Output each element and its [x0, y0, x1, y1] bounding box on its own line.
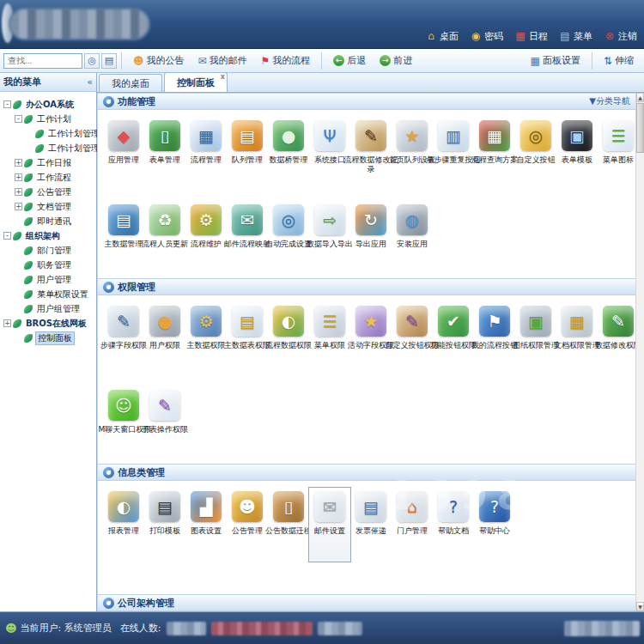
- toolbar-button-我的邮件[interactable]: ✉我的邮件: [191, 52, 254, 70]
- app-item-队列管理[interactable]: ▤队列管理: [227, 117, 268, 191]
- app-item-帮助文档[interactable]: ?帮助文档: [433, 488, 474, 562]
- tree-item-即时通讯[interactable]: 即时通讯: [0, 214, 96, 228]
- app-item-单步骤重复按钮[interactable]: ▥单步骤重复按钮: [433, 117, 474, 191]
- app-item-邮件流程映射[interactable]: ✉邮件流程映射: [227, 201, 268, 275]
- app-item-流程查询方案[interactable]: ▦流程查询方案: [474, 117, 515, 191]
- app-item-主数据表权限[interactable]: ▤主数据表权限: [227, 302, 268, 376]
- app-item-帮助中心[interactable]: ?帮助中心: [474, 488, 515, 562]
- app-item-表单模板[interactable]: ▣表单模板: [556, 117, 598, 191]
- topbar-item-密码[interactable]: ◉密码: [470, 30, 503, 43]
- toolbar-button-后退[interactable]: ←后退: [326, 52, 373, 70]
- expand-plus-icon[interactable]: +: [15, 159, 22, 167]
- app-item-导出应用[interactable]: ↻导出应用: [350, 201, 392, 275]
- tree-item-工作计划管理[interactable]: 工作计划管理: [0, 126, 96, 141]
- toolbar-button-前进[interactable]: →前进: [373, 52, 419, 70]
- app-item-数据导入导出[interactable]: ⇨数据导入导出: [309, 201, 350, 275]
- toolbar-button-伸缩[interactable]: ⇅伸缩: [597, 52, 641, 70]
- app-item-公告管理[interactable]: ☻公告管理: [227, 488, 268, 562]
- page-icon[interactable]: ▤: [101, 53, 117, 69]
- app-item-安装应用[interactable]: ◍安装应用: [392, 201, 433, 275]
- topbar-item-日程[interactable]: ▦日程: [514, 30, 548, 43]
- app-item-首页队列设置[interactable]: ★首页队列设置: [392, 117, 433, 191]
- tree-item-工作日报[interactable]: +工作日报: [0, 155, 96, 170]
- tab-close-icon[interactable]: x: [221, 74, 225, 81]
- tree-item-控制面板[interactable]: 控制面板: [0, 331, 96, 345]
- app-item-步骤字段权限[interactable]: ✎步骤字段权限: [103, 302, 144, 376]
- tree-item-职务管理[interactable]: 职务管理: [0, 258, 96, 272]
- tree-item-部门管理[interactable]: 部门管理: [0, 243, 96, 258]
- scroll-thumb[interactable]: [636, 103, 644, 153]
- section-header-信息类管理[interactable]: 信息类管理: [98, 464, 635, 481]
- expand-plus-icon[interactable]: +: [15, 203, 22, 210]
- app-item-子表操作权限[interactable]: ✎子表操作权限: [144, 386, 185, 460]
- tree-item-用户管理[interactable]: 用户管理: [0, 272, 96, 287]
- app-item-报表管理[interactable]: ◐报表管理: [103, 488, 144, 562]
- tree-item-工作计划管理明细[interactable]: 工作计划管理明细: [0, 141, 96, 155]
- toolbar-button-我的流程[interactable]: ⚑我的流程: [254, 52, 318, 70]
- app-item-邮件设置[interactable]: ✉邮件设置: [309, 488, 350, 562]
- app-item-主数据权限[interactable]: ⚙主数据权限: [185, 302, 227, 376]
- collapse-minus-icon[interactable]: -: [15, 115, 22, 123]
- app-item-活动字段权限[interactable]: ★活动字段权限: [350, 302, 392, 376]
- tree-item-菜单权限设置[interactable]: 菜单权限设置: [0, 287, 96, 301]
- app-item-流程数据修改记录[interactable]: ✎流程数据修改记录: [350, 117, 392, 191]
- expand-plus-icon[interactable]: +: [3, 319, 11, 327]
- expand-plus-icon[interactable]: +: [15, 173, 22, 181]
- section-header-公司架构管理[interactable]: 公司架构管理: [98, 594, 635, 611]
- scroll-up-arrow[interactable]: ▲: [636, 93, 644, 102]
- app-item-自定义按钮权限[interactable]: ✎自定义按钮权限: [392, 302, 433, 376]
- section-header-功能管理[interactable]: 功能管理▼分类导航: [98, 93, 635, 110]
- tree-item-公告管理[interactable]: +公告管理: [0, 185, 96, 199]
- sidebar-collapse-icon[interactable]: «: [87, 76, 93, 88]
- app-item-图纸权限管理[interactable]: ▣图纸权限管理: [515, 302, 556, 376]
- app-item-数据修改权限[interactable]: ✎数据修改权限: [598, 302, 635, 376]
- tree-item-文档管理[interactable]: +文档管理: [0, 199, 96, 214]
- tab-我的桌面[interactable]: 我的桌面: [99, 74, 162, 92]
- app-item-菜单权限[interactable]: ☰菜单权限: [309, 302, 350, 376]
- tree-item-组织架构[interactable]: -组织架构: [0, 228, 96, 243]
- app-item-打印模板[interactable]: ▤打印模板: [144, 488, 185, 562]
- tree-item-BROS在线网板[interactable]: +BROS在线网板: [0, 316, 96, 331]
- app-item-发票催递[interactable]: ▤发票催递: [350, 488, 392, 562]
- topbar-item-菜单[interactable]: ▤菜单: [559, 30, 592, 43]
- toolbar-button-我的公告[interactable]: ☻我的公告: [126, 52, 191, 70]
- topbar-item-桌面[interactable]: ⌂桌面: [425, 30, 459, 43]
- app-item-图表设置[interactable]: ▟图表设置: [185, 488, 227, 562]
- app-item-用户权限[interactable]: ●用户权限: [144, 302, 185, 376]
- app-item-主数据管理[interactable]: ▤主数据管理: [103, 201, 144, 275]
- app-item-流程维护[interactable]: ⚙流程维护: [185, 201, 227, 275]
- tree-item-用户组管理[interactable]: 用户组管理: [0, 301, 96, 316]
- tab-控制面板[interactable]: 控制面板x: [164, 72, 228, 92]
- app-item-菜单图标[interactable]: ☰菜单图标: [598, 117, 635, 191]
- scroll-down-arrow[interactable]: ▼: [636, 602, 644, 611]
- toolbar-button-面板设置[interactable]: ▦面板设置: [524, 52, 587, 70]
- app-item-自定义按钮[interactable]: ◎自定义按钮: [515, 117, 556, 191]
- app-item-IM聊天窗口权限[interactable]: ☺IM聊天窗口权限: [103, 386, 144, 460]
- tree-item-工作计划[interactable]: -工作计划: [0, 112, 96, 126]
- search-list-icon[interactable]: ◎: [84, 53, 100, 69]
- app-item-门户管理[interactable]: ⌂门户管理: [392, 488, 433, 562]
- app-item-公告数据迁移[interactable]: ▯公告数据迁移: [268, 488, 309, 562]
- app-item-系统接口[interactable]: Ψ系统接口: [309, 117, 350, 191]
- category-nav-link[interactable]: ▼分类导航: [589, 95, 630, 107]
- app-item-表单管理[interactable]: ▯表单管理: [144, 117, 185, 191]
- expand-plus-icon[interactable]: +: [15, 188, 22, 196]
- section-header-权限管理[interactable]: 权限管理: [98, 278, 635, 295]
- app-item-自动完成设置[interactable]: ◎自动完成设置: [268, 201, 309, 275]
- tree-item-办公OA系统[interactable]: -办公OA系统: [0, 97, 96, 112]
- search-input[interactable]: [3, 53, 82, 69]
- app-item-文档权限管理[interactable]: ▦文档权限管理: [556, 302, 598, 376]
- tree-item-工作流程[interactable]: +工作流程: [0, 170, 96, 185]
- vertical-scrollbar[interactable]: ▲ ▼: [635, 93, 644, 611]
- app-item-数据桥管理[interactable]: ●数据桥管理: [268, 117, 309, 191]
- app-item-流程数据权限[interactable]: ◐流程数据权限: [268, 302, 309, 376]
- collapse-minus-icon[interactable]: -: [3, 232, 11, 240]
- app-item-我的流程按钮[interactable]: ⚑我的流程按钮: [474, 302, 515, 376]
- topbar-item-注销[interactable]: ⊗注销: [604, 30, 637, 43]
- app-item-应用管理[interactable]: ◆应用管理: [103, 117, 144, 191]
- my-mail-icon: ✉: [198, 55, 207, 67]
- app-item-流程人员更新[interactable]: ♻流程人员更新: [144, 201, 185, 275]
- app-item-功能按钮权限[interactable]: ✔功能按钮权限: [433, 302, 474, 376]
- app-item-流程管理[interactable]: ▦流程管理: [185, 117, 227, 191]
- collapse-minus-icon[interactable]: -: [3, 100, 11, 108]
